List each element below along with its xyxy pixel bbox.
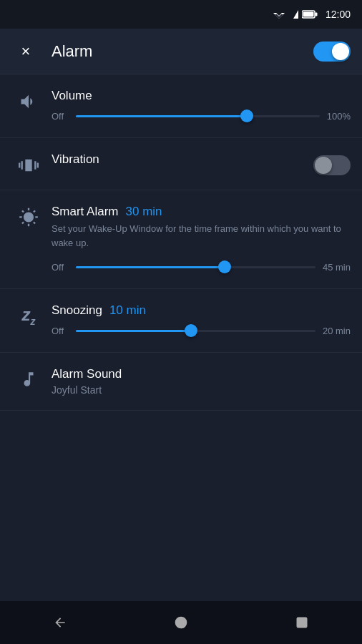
toolbar: × Alarm xyxy=(0,29,362,74)
snoozing-max-label: 20 min xyxy=(323,326,351,336)
volume-max-label: 100% xyxy=(327,111,351,122)
svg-marker-1 xyxy=(275,14,283,19)
vibration-title-row: Vibration xyxy=(52,152,313,167)
wifi-icon xyxy=(273,10,285,19)
smart-alarm-value: 30 min xyxy=(126,205,162,219)
recent-button[interactable] xyxy=(288,608,316,637)
sleep-icon-text: zz xyxy=(22,306,36,326)
alarm-sound-title-row: Alarm Sound xyxy=(52,367,351,381)
snoozing-thumb[interactable] xyxy=(185,324,197,337)
smart-alarm-fill xyxy=(76,266,225,268)
snoozing-title: Snoozing xyxy=(52,303,102,318)
svg-rect-4 xyxy=(315,13,317,16)
back-button[interactable] xyxy=(46,608,74,637)
page-title: Alarm xyxy=(52,42,313,61)
vibration-title: Vibration xyxy=(52,152,99,167)
volume-setting: Volume Off 100% xyxy=(0,74,362,138)
smart-alarm-subtitle: Set your Wake-Up Window for the time fra… xyxy=(52,222,351,250)
sleep-icon: zz xyxy=(11,306,46,326)
volume-content: Volume Off 100% xyxy=(46,89,351,123)
close-button[interactable]: × xyxy=(11,37,40,66)
smart-alarm-title: Smart Alarm xyxy=(52,205,119,219)
smart-alarm-min-label: Off xyxy=(52,262,69,273)
smart-alarm-content: Smart Alarm 30 min Set your Wake-Up Wind… xyxy=(46,205,351,274)
alarm-sound-subtitle: Joyful Start xyxy=(52,384,351,396)
home-button[interactable] xyxy=(167,608,195,637)
vibration-toggle-thumb xyxy=(315,157,332,174)
alarm-sound-title: Alarm Sound xyxy=(52,367,122,381)
vibration-setting: Vibration xyxy=(0,138,362,190)
svg-point-6 xyxy=(175,618,186,628)
snoozing-setting: zz Snoozing 10 min Off 20 min xyxy=(0,289,362,353)
sun-icon xyxy=(11,208,46,228)
volume-thumb[interactable] xyxy=(240,109,253,122)
volume-title-row: Volume xyxy=(52,89,351,103)
signal-icon xyxy=(288,10,298,19)
snoozing-content: Snoozing 10 min Off 20 min xyxy=(46,303,351,338)
alarm-master-toggle[interactable] xyxy=(313,42,351,62)
volume-min-label: Off xyxy=(52,111,69,122)
volume-title: Volume xyxy=(52,89,92,103)
smart-alarm-slider[interactable] xyxy=(76,260,315,274)
svg-rect-7 xyxy=(297,618,307,628)
snoozing-track xyxy=(76,330,315,332)
snoozing-title-row: Snoozing 10 min xyxy=(52,303,351,318)
smart-alarm-thumb[interactable] xyxy=(218,260,231,273)
status-time: 12:00 xyxy=(326,9,351,20)
toggle-thumb xyxy=(332,43,349,60)
svg-rect-5 xyxy=(303,12,313,17)
snoozing-fill xyxy=(76,330,191,332)
speaker-icon xyxy=(11,92,46,112)
vibration-toggle-wrapper xyxy=(313,155,351,175)
volume-slider[interactable] xyxy=(76,109,320,123)
vibration-icon xyxy=(11,155,46,175)
volume-track xyxy=(76,115,320,117)
battery-icon xyxy=(302,10,318,19)
snoozing-slider[interactable] xyxy=(76,323,315,338)
snoozing-min-label: Off xyxy=(52,326,69,336)
smart-alarm-slider-container[interactable]: Off 45 min xyxy=(52,260,351,274)
smart-alarm-setting: Smart Alarm 30 min Set your Wake-Up Wind… xyxy=(0,190,362,289)
status-icons: 12:00 xyxy=(273,9,351,20)
settings-content: Volume Off 100% Vibration xyxy=(0,74,362,601)
volume-fill xyxy=(76,115,247,117)
vibration-content: Vibration xyxy=(46,152,313,170)
volume-slider-container[interactable]: Off 100% xyxy=(52,109,351,123)
svg-marker-2 xyxy=(293,10,298,19)
music-icon xyxy=(11,370,46,389)
status-bar: 12:00 xyxy=(0,0,362,29)
snoozing-slider-container[interactable]: Off 20 min xyxy=(52,323,351,338)
snoozing-value: 10 min xyxy=(109,303,146,318)
vibration-toggle[interactable] xyxy=(313,155,351,175)
navigation-bar xyxy=(0,601,362,644)
smart-alarm-max-label: 45 min xyxy=(323,262,351,273)
smart-alarm-title-row: Smart Alarm 30 min xyxy=(52,205,351,219)
smart-alarm-track xyxy=(76,266,315,268)
alarm-sound-content: Alarm Sound Joyful Start xyxy=(46,367,351,396)
alarm-sound-setting[interactable]: Alarm Sound Joyful Start xyxy=(0,353,362,411)
